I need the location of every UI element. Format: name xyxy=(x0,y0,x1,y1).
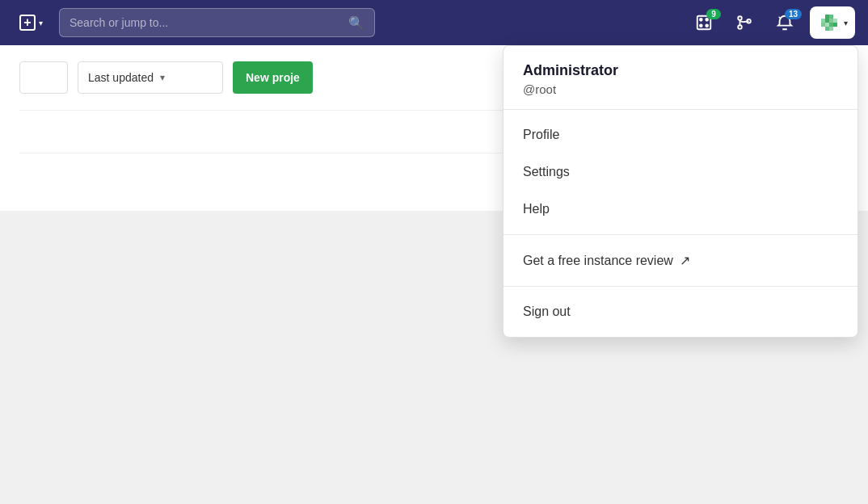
user-full-name: Administrator xyxy=(523,62,838,79)
svg-point-6 xyxy=(738,25,742,29)
sort-label: Last updated xyxy=(88,71,154,84)
merge-requests-button[interactable] xyxy=(729,9,760,36)
user-menu-button[interactable]: ▾ xyxy=(810,6,855,39)
search-icon: 🔍 xyxy=(348,15,364,31)
sort-dropdown[interactable]: Last updated ▾ xyxy=(78,61,223,94)
sort-chevron-icon: ▾ xyxy=(160,72,165,83)
notifications-button[interactable]: 13 xyxy=(769,9,800,36)
new-chevron-icon: ▾ xyxy=(39,19,43,27)
search-input[interactable] xyxy=(70,16,348,29)
issues-badge: 9 xyxy=(706,9,721,19)
sign-out-link[interactable]: Sign out xyxy=(504,293,857,330)
filter-box[interactable] xyxy=(19,61,68,94)
svg-rect-11 xyxy=(829,15,833,19)
dropdown-external-section: Get a free instance review ↗ xyxy=(504,235,857,286)
new-project-button[interactable]: New proje xyxy=(233,61,313,94)
external-link-icon: ↗ xyxy=(680,253,690,268)
plus-icon: + xyxy=(19,15,36,31)
issues-button[interactable]: 9 xyxy=(689,9,719,36)
sign-out-label: Sign out xyxy=(523,304,571,318)
svg-rect-14 xyxy=(829,19,833,23)
avatar-icon xyxy=(818,11,841,34)
instance-review-link[interactable]: Get a free instance review ↗ xyxy=(504,242,857,279)
svg-point-4 xyxy=(706,24,708,27)
instance-review-label: Get a free instance review xyxy=(523,254,673,268)
help-label: Help xyxy=(523,202,550,216)
profile-label: Profile xyxy=(523,128,559,141)
profile-link[interactable]: Profile xyxy=(504,116,857,153)
svg-point-5 xyxy=(738,16,742,20)
svg-rect-16 xyxy=(821,23,825,27)
help-link[interactable]: Help xyxy=(504,191,857,228)
svg-rect-13 xyxy=(825,19,829,23)
navbar: + ▾ 🔍 9 13 xyxy=(0,0,868,45)
svg-rect-21 xyxy=(829,27,833,31)
new-button[interactable]: + ▾ xyxy=(13,10,49,36)
merge-icon xyxy=(735,14,753,32)
dropdown-header: Administrator @root xyxy=(504,46,857,109)
svg-rect-15 xyxy=(833,19,837,23)
svg-rect-10 xyxy=(825,15,829,19)
dropdown-sign-out-section: Sign out xyxy=(504,286,857,337)
svg-point-2 xyxy=(706,19,708,21)
svg-rect-19 xyxy=(833,23,837,27)
settings-label: Settings xyxy=(523,165,570,178)
settings-link[interactable]: Settings xyxy=(504,153,857,191)
notifications-badge: 13 xyxy=(785,9,802,19)
svg-rect-12 xyxy=(821,19,825,23)
user-dropdown-menu: Administrator @root Profile Settings Hel… xyxy=(503,45,858,338)
svg-rect-18 xyxy=(829,23,833,27)
dropdown-nav-section: Profile Settings Help xyxy=(504,110,857,234)
search-bar[interactable]: 🔍 xyxy=(59,8,375,37)
user-username: @root xyxy=(523,82,838,96)
svg-rect-17 xyxy=(825,23,829,27)
svg-rect-20 xyxy=(825,27,829,31)
svg-point-1 xyxy=(700,19,702,21)
svg-point-3 xyxy=(700,24,702,27)
avatar-chevron-icon: ▾ xyxy=(844,19,848,27)
